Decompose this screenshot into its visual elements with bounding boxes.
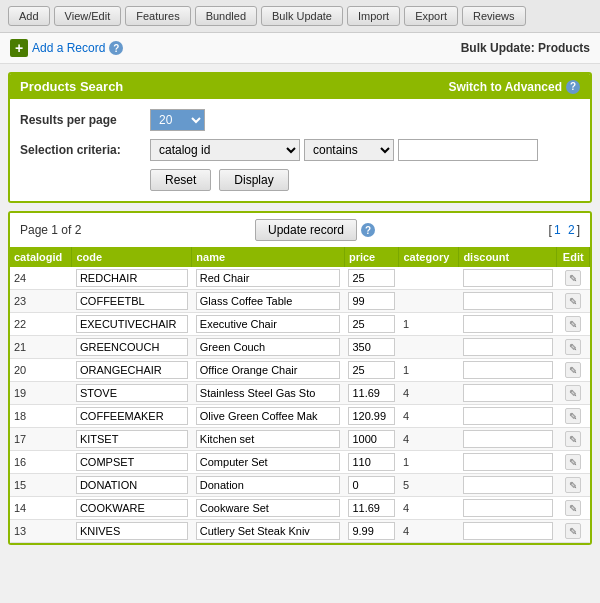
update-record-button[interactable]: Update record <box>255 219 357 241</box>
table-row: 24 ✎ <box>10 267 590 290</box>
bulk-update-button[interactable]: Bulk Update <box>261 6 343 26</box>
name-input[interactable] <box>196 361 341 379</box>
discount-input[interactable] <box>463 361 553 379</box>
add-record-link[interactable]: + Add a Record ? <box>10 39 123 57</box>
edit-icon[interactable]: ✎ <box>565 385 581 401</box>
edit-icon[interactable]: ✎ <box>565 362 581 378</box>
price-input[interactable] <box>348 338 395 356</box>
pagination: [1 2] <box>549 223 580 237</box>
discount-input[interactable] <box>463 269 553 287</box>
switch-help-icon[interactable]: ? <box>566 80 580 94</box>
edit-icon[interactable]: ✎ <box>565 316 581 332</box>
price-input[interactable] <box>348 522 395 540</box>
price-input[interactable] <box>348 499 395 517</box>
reviews-button[interactable]: Reviews <box>462 6 526 26</box>
code-input[interactable] <box>76 522 188 540</box>
discount-input[interactable] <box>463 499 553 517</box>
criteria-value-input[interactable] <box>398 139 538 161</box>
code-input[interactable] <box>76 453 188 471</box>
reset-button[interactable]: Reset <box>150 169 211 191</box>
help-icon[interactable]: ? <box>109 41 123 55</box>
edit-icon[interactable]: ✎ <box>565 339 581 355</box>
switch-advanced-link[interactable]: Switch to Advanced ? <box>448 80 580 94</box>
cell-code <box>72 474 192 497</box>
code-input[interactable] <box>76 499 188 517</box>
edit-icon[interactable]: ✎ <box>565 408 581 424</box>
name-input[interactable] <box>196 338 341 356</box>
criteria-field-select[interactable]: catalog id code name <box>150 139 300 161</box>
cell-name <box>192 290 345 313</box>
name-input[interactable] <box>196 269 341 287</box>
discount-input[interactable] <box>463 476 553 494</box>
cell-discount <box>459 405 557 428</box>
name-input[interactable] <box>196 384 341 402</box>
discount-input[interactable] <box>463 315 553 333</box>
update-help-icon[interactable]: ? <box>361 223 375 237</box>
edit-icon[interactable]: ✎ <box>565 523 581 539</box>
cell-catalogid: 15 <box>10 474 72 497</box>
cell-name <box>192 336 345 359</box>
discount-input[interactable] <box>463 384 553 402</box>
discount-input[interactable] <box>463 292 553 310</box>
code-input[interactable] <box>76 269 188 287</box>
search-panel-header: Products Search Switch to Advanced ? <box>10 74 590 99</box>
cell-discount <box>459 359 557 382</box>
cell-code <box>72 451 192 474</box>
price-input[interactable] <box>348 407 395 425</box>
code-input[interactable] <box>76 361 188 379</box>
name-input[interactable] <box>196 476 341 494</box>
cell-code <box>72 336 192 359</box>
name-input[interactable] <box>196 453 341 471</box>
edit-icon[interactable]: ✎ <box>565 454 581 470</box>
display-button[interactable]: Display <box>219 169 288 191</box>
edit-icon[interactable]: ✎ <box>565 477 581 493</box>
cell-category: 4 <box>399 382 459 405</box>
name-input[interactable] <box>196 522 341 540</box>
price-input[interactable] <box>348 453 395 471</box>
discount-input[interactable] <box>463 430 553 448</box>
code-input[interactable] <box>76 315 188 333</box>
name-input[interactable] <box>196 292 341 310</box>
edit-icon[interactable]: ✎ <box>565 270 581 286</box>
price-input[interactable] <box>348 476 395 494</box>
code-input[interactable] <box>76 292 188 310</box>
code-input[interactable] <box>76 407 188 425</box>
view-edit-button[interactable]: View/Edit <box>54 6 122 26</box>
results-per-page-select[interactable]: 20 50 100 <box>150 109 205 131</box>
results-header: Page 1 of 2 Update record ? [1 2] <box>10 213 590 247</box>
features-button[interactable]: Features <box>125 6 190 26</box>
edit-icon[interactable]: ✎ <box>565 293 581 309</box>
price-input[interactable] <box>348 361 395 379</box>
export-button[interactable]: Export <box>404 6 458 26</box>
price-input[interactable] <box>348 384 395 402</box>
name-input[interactable] <box>196 315 341 333</box>
code-input[interactable] <box>76 476 188 494</box>
code-input[interactable] <box>76 384 188 402</box>
price-input[interactable] <box>348 315 395 333</box>
price-input[interactable] <box>348 292 395 310</box>
name-input[interactable] <box>196 430 341 448</box>
edit-icon[interactable]: ✎ <box>565 431 581 447</box>
code-input[interactable] <box>76 430 188 448</box>
price-input[interactable] <box>348 430 395 448</box>
cell-edit: ✎ <box>557 405 590 428</box>
cell-name <box>192 428 345 451</box>
discount-input[interactable] <box>463 407 553 425</box>
criteria-condition-select[interactable]: contains equals starts with <box>304 139 394 161</box>
cell-discount <box>459 313 557 336</box>
price-input[interactable] <box>348 269 395 287</box>
pagination-links[interactable]: [1 2] <box>549 223 580 237</box>
add-record-icon: + <box>10 39 28 57</box>
edit-icon[interactable]: ✎ <box>565 500 581 516</box>
discount-input[interactable] <box>463 338 553 356</box>
name-input[interactable] <box>196 407 341 425</box>
add-button[interactable]: Add <box>8 6 50 26</box>
bundled-button[interactable]: Bundled <box>195 6 257 26</box>
code-input[interactable] <box>76 338 188 356</box>
import-button[interactable]: Import <box>347 6 400 26</box>
table-header-row: catalogid code name price category disco… <box>10 247 590 267</box>
discount-input[interactable] <box>463 453 553 471</box>
cell-name <box>192 520 345 543</box>
name-input[interactable] <box>196 499 341 517</box>
discount-input[interactable] <box>463 522 553 540</box>
